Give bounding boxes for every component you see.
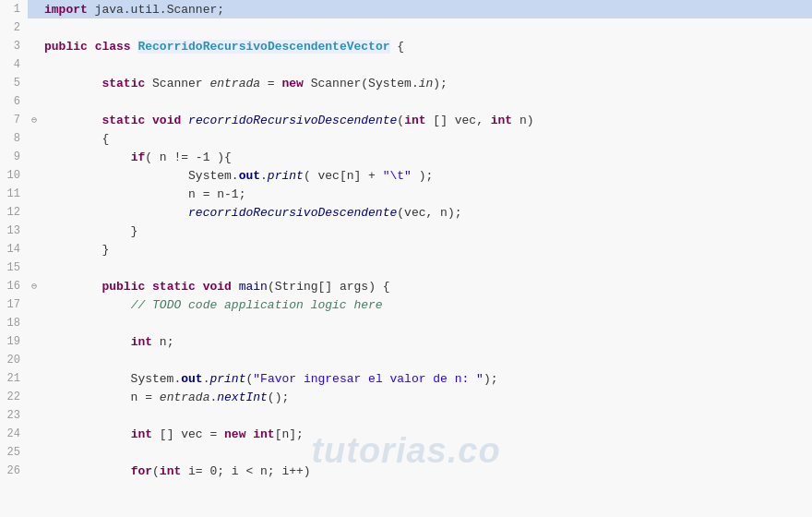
- line-number-15: 15: [0, 258, 28, 277]
- line-number-21: 21: [0, 369, 28, 388]
- fold-3: [28, 37, 41, 55]
- code-line-14: }: [41, 240, 812, 258]
- code-line-4: [41, 55, 812, 74]
- fold-19: [28, 332, 41, 351]
- fold-7: ⊖: [28, 111, 41, 129]
- code-line-3: public class RecorridoRecursivoDescenden…: [41, 37, 812, 55]
- fold-18: [28, 314, 41, 332]
- fold-9: [28, 148, 41, 166]
- line-number-3: 3: [0, 37, 28, 55]
- line-number-26: 26: [0, 462, 28, 480]
- code-line-22: n = entrada.nextInt();: [41, 388, 812, 406]
- fold-14: [28, 240, 41, 258]
- table-row: 7 ⊖ static void recorridoRecursivoDescen…: [0, 111, 812, 129]
- line-number-9: 9: [0, 148, 28, 166]
- table-row: 15: [0, 258, 812, 277]
- line-number-14: 14: [0, 240, 28, 258]
- fold-26: [28, 462, 41, 480]
- table-row: 14 }: [0, 240, 812, 258]
- line-number-5: 5: [0, 74, 28, 92]
- table-row: 11 n = n-1;: [0, 185, 812, 203]
- code-line-12: recorridoRecursivoDescendente(vec, n);: [41, 203, 812, 222]
- code-line-23: [41, 406, 812, 425]
- fold-17: [28, 295, 41, 314]
- table-row: 8 {: [0, 129, 812, 148]
- code-line-20: [41, 351, 812, 369]
- table-row: 23: [0, 406, 812, 425]
- line-number-20: 20: [0, 351, 28, 369]
- line-number-7: 7: [0, 111, 28, 129]
- table-row: 9 if( n != -1 ){: [0, 148, 812, 166]
- table-row: 13 }: [0, 222, 812, 240]
- fold-13: [28, 222, 41, 240]
- code-line-15: [41, 258, 812, 277]
- fold-20: [28, 351, 41, 369]
- table-row: 24 int [] vec = new int[n];: [0, 425, 812, 443]
- table-row: 10 System.out.print( vec[n] + "\t" );: [0, 166, 812, 185]
- line-number-11: 11: [0, 185, 28, 203]
- code-line-18: [41, 314, 812, 332]
- table-row: 2: [0, 18, 812, 37]
- code-line-9: if( n != -1 ){: [41, 148, 812, 166]
- line-number-4: 4: [0, 55, 28, 74]
- line-number-6: 6: [0, 92, 28, 111]
- fold-8: [28, 129, 41, 148]
- code-table: 1 import java.util.Scanner; 2 3 public c…: [0, 0, 812, 480]
- code-line-13: }: [41, 222, 812, 240]
- line-number-23: 23: [0, 406, 28, 425]
- code-line-19: int n;: [41, 332, 812, 351]
- code-line-8: {: [41, 129, 812, 148]
- fold-24: [28, 425, 41, 443]
- fold-2: [28, 18, 41, 37]
- table-row: 21 System.out.print("Favor ingresar el v…: [0, 369, 812, 388]
- table-row: 20: [0, 351, 812, 369]
- code-line-21: System.out.print("Favor ingresar el valo…: [41, 369, 812, 388]
- code-line-2: [41, 18, 812, 37]
- fold-1: [28, 0, 41, 18]
- code-line-26: for(int i= 0; i < n; i++): [41, 462, 812, 480]
- code-line-6: [41, 92, 812, 111]
- line-number-1: 1: [0, 0, 28, 18]
- line-number-12: 12: [0, 203, 28, 222]
- line-number-10: 10: [0, 166, 28, 185]
- fold-16: ⊖: [28, 277, 41, 295]
- line-number-22: 22: [0, 388, 28, 406]
- code-line-1: import java.util.Scanner;: [41, 0, 812, 18]
- line-number-2: 2: [0, 18, 28, 37]
- table-row: 3 public class RecorridoRecursivoDescend…: [0, 37, 812, 55]
- line-number-8: 8: [0, 129, 28, 148]
- code-editor: 1 import java.util.Scanner; 2 3 public c…: [0, 0, 812, 480]
- code-line-7: static void recorridoRecursivoDescendent…: [41, 111, 812, 129]
- fold-15: [28, 258, 41, 277]
- line-number-25: 25: [0, 443, 28, 462]
- fold-11: [28, 185, 41, 203]
- code-line-11: n = n-1;: [41, 185, 812, 203]
- table-row: 25: [0, 443, 812, 462]
- table-row: 22 n = entrada.nextInt();: [0, 388, 812, 406]
- fold-22: [28, 388, 41, 406]
- table-row: 4: [0, 55, 812, 74]
- code-line-25: [41, 443, 812, 462]
- table-row: 16 ⊖ public static void main(String[] ar…: [0, 277, 812, 295]
- table-row: 18: [0, 314, 812, 332]
- table-row: 12 recorridoRecursivoDescendente(vec, n)…: [0, 203, 812, 222]
- line-number-16: 16: [0, 277, 28, 295]
- code-line-5: static Scanner entrada = new Scanner(Sys…: [41, 74, 812, 92]
- fold-23: [28, 406, 41, 425]
- code-line-17: // TODO code application logic here: [41, 295, 812, 314]
- code-line-24: int [] vec = new int[n];: [41, 425, 812, 443]
- line-number-19: 19: [0, 332, 28, 351]
- fold-10: [28, 166, 41, 185]
- line-number-17: 17: [0, 295, 28, 314]
- table-row: 6: [0, 92, 812, 111]
- line-number-18: 18: [0, 314, 28, 332]
- fold-25: [28, 443, 41, 462]
- line-number-24: 24: [0, 425, 28, 443]
- fold-4: [28, 55, 41, 74]
- code-line-16: public static void main(String[] args) {: [41, 277, 812, 295]
- table-row: 19 int n;: [0, 332, 812, 351]
- table-row: 5 static Scanner entrada = new Scanner(S…: [0, 74, 812, 92]
- fold-5: [28, 74, 41, 92]
- code-line-10: System.out.print( vec[n] + "\t" );: [41, 166, 812, 185]
- table-row: 26 for(int i= 0; i < n; i++): [0, 462, 812, 480]
